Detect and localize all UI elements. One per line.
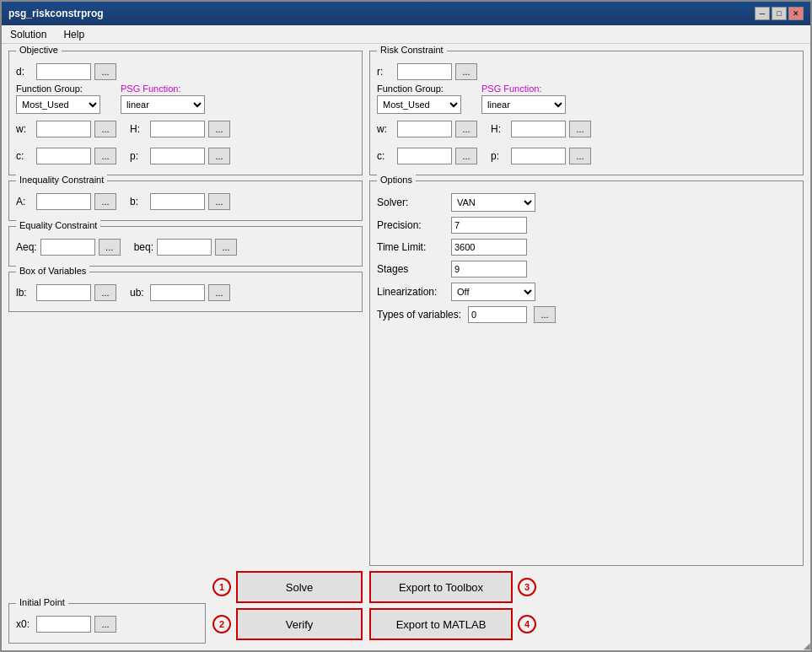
objective-dropdowns: Function Group: Most_Used All PSG Functi… [16, 84, 355, 114]
close-button[interactable]: ✕ [788, 7, 804, 20]
solver-label: Solver: [377, 197, 444, 208]
b-dots-button[interactable]: ... [208, 193, 230, 210]
p-dots-button[interactable]: ... [208, 148, 230, 164]
risk-c-dots-button[interactable]: ... [455, 148, 477, 164]
a-row: A: ... [16, 193, 116, 210]
risk-p-input[interactable] [511, 148, 566, 164]
menu-help[interactable]: Help [60, 28, 88, 41]
inequality-title: Inequality Constraint [16, 175, 107, 185]
objective-group: Objective d: ... Function Group: Most_Us… [8, 51, 363, 175]
risk-h-dots-button[interactable]: ... [569, 121, 591, 137]
c-input[interactable] [36, 148, 91, 164]
objective-cp-row: c: ... p: ... [16, 148, 355, 168]
options-title: Options [377, 175, 416, 185]
beq-dots-button[interactable]: ... [215, 239, 237, 256]
verify-button[interactable]: Verify [236, 608, 363, 640]
x0-input[interactable] [36, 616, 91, 633]
risk-h-input[interactable] [511, 121, 566, 137]
time-limit-row: Time Limit: [377, 239, 796, 256]
objective-fn-group-select[interactable]: Most_Used All [16, 95, 100, 114]
objective-psg-select[interactable]: linear quad [121, 95, 205, 114]
risk-w-input[interactable] [397, 121, 452, 137]
aeq-dots-button[interactable]: ... [99, 239, 121, 256]
equality-title: Equality Constraint [16, 220, 100, 230]
risk-w-label: w: [377, 123, 394, 135]
box-variables-title: Box of Variables [16, 266, 89, 276]
d-input[interactable] [36, 63, 91, 80]
minimize-button[interactable]: ─ [755, 7, 770, 20]
circle-2: 2 [212, 615, 231, 633]
risk-p-dots-button[interactable]: ... [569, 148, 591, 164]
export-toolbox-row: Export to Toolbox 3 [369, 571, 804, 603]
verify-row: 2 Verify [212, 608, 363, 640]
x0-dots-button[interactable]: ... [94, 616, 116, 633]
window-title: psg_riskconstrprog [8, 8, 104, 19]
risk-psg-select[interactable]: linear quad [481, 95, 566, 114]
w-label: w: [16, 123, 33, 135]
maximize-button[interactable]: □ [772, 7, 787, 20]
r-dots-button[interactable]: ... [455, 63, 477, 80]
lb-dots-button[interactable]: ... [94, 284, 116, 301]
a-label: A: [16, 196, 33, 207]
stages-input[interactable] [451, 261, 527, 278]
risk-fn-group-select[interactable]: Most_Used All [377, 95, 461, 114]
types-dots-button[interactable]: ... [534, 306, 556, 323]
precision-input[interactable] [451, 217, 527, 234]
w-dots-button[interactable]: ... [94, 121, 116, 137]
linearization-select[interactable]: Off On [451, 283, 535, 301]
beq-input[interactable] [157, 239, 212, 256]
b-input[interactable] [150, 193, 205, 210]
types-row: Types of variables: ... [377, 306, 796, 323]
risk-constraint-title: Risk Constraint [377, 45, 447, 55]
risk-c-row: c: ... [377, 148, 477, 164]
risk-psg-label: PSG Function: [481, 84, 566, 94]
c-dots-button[interactable]: ... [94, 148, 116, 164]
objective-title: Objective [16, 45, 62, 55]
objective-fn-group-label: Function Group: [16, 84, 100, 94]
w-row: w: ... [16, 121, 116, 137]
time-limit-input[interactable] [451, 239, 527, 256]
main-content: Objective d: ... Function Group: Most_Us… [2, 44, 810, 650]
left-bottom: Inequality Constraint A: ... b: ... [8, 181, 363, 644]
solve-button[interactable]: Solve [236, 571, 363, 603]
ub-input[interactable] [150, 284, 205, 301]
aeq-input[interactable] [40, 239, 95, 256]
export-matlab-button[interactable]: Export to MATLAB [369, 608, 513, 640]
risk-c-input[interactable] [397, 148, 452, 164]
risk-w-dots-button[interactable]: ... [455, 121, 477, 137]
equality-constraint-group: Equality Constraint Aeq: ... beq: ... [8, 226, 363, 267]
d-dots-button[interactable]: ... [94, 63, 116, 80]
h-dots-button[interactable]: ... [208, 121, 230, 137]
solver-select[interactable]: VAN VAN2 [451, 193, 535, 212]
risk-psg-group: PSG Function: linear quad [481, 84, 566, 114]
b-label: b: [130, 196, 147, 207]
precision-row: Precision: [377, 217, 796, 234]
r-label: r: [377, 66, 394, 78]
window-controls: ─ □ ✕ [755, 7, 804, 20]
risk-fn-group-label: Function Group: [377, 84, 461, 94]
menu-bar: Solution Help [2, 25, 810, 44]
equality-fields: Aeq: ... beq: ... [16, 239, 355, 259]
r-input[interactable] [397, 63, 452, 80]
ub-dots-button[interactable]: ... [208, 284, 230, 301]
ub-row: ub: ... [130, 284, 230, 301]
beq-label: beq: [134, 241, 153, 253]
initial-point-group: Initial Point x0: ... [8, 603, 206, 644]
bottom-section: Inequality Constraint A: ... b: ... [8, 181, 804, 644]
a-input[interactable] [36, 193, 91, 210]
linearization-row: Linearization: Off On [377, 283, 796, 301]
objective-wh-row: w: ... H: ... [16, 121, 355, 141]
lb-label: lb: [16, 287, 33, 299]
export-toolbox-button[interactable]: Export to Toolbox [369, 571, 513, 603]
h-input[interactable] [150, 121, 205, 137]
w-input[interactable] [36, 121, 91, 137]
menu-solution[interactable]: Solution [7, 28, 50, 41]
types-input[interactable] [468, 306, 527, 323]
p-input[interactable] [150, 148, 205, 164]
solver-row: Solver: VAN VAN2 [377, 193, 796, 212]
a-dots-button[interactable]: ... [94, 193, 116, 210]
lb-input[interactable] [36, 284, 91, 301]
box-variables-fields: lb: ... ub: ... [16, 284, 355, 304]
resize-handle[interactable]: ◢ [804, 641, 810, 650]
objective-d-row: d: ... [16, 63, 355, 80]
